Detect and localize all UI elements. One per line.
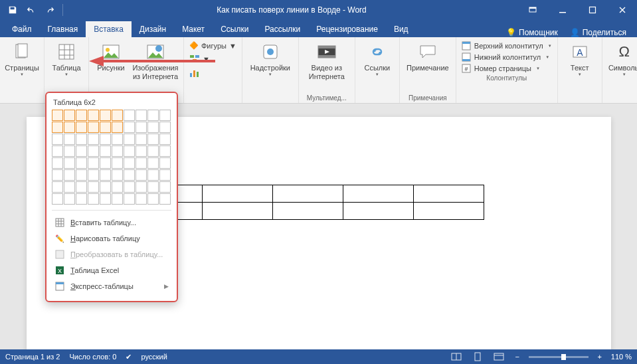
grid-cell[interactable] (52, 145, 63, 157)
grid-cell[interactable] (159, 181, 171, 193)
grid-cell[interactable] (124, 169, 135, 181)
share-button[interactable]: 👤Поделиться (570, 28, 626, 37)
grid-cell[interactable] (52, 169, 63, 181)
close-icon[interactable] (607, 0, 637, 20)
grid-cell[interactable] (64, 122, 75, 133)
grid-cell[interactable] (147, 157, 159, 169)
tell-me[interactable]: 💡Помощник (506, 28, 558, 37)
grid-cell[interactable] (64, 157, 75, 169)
draw-table-item[interactable]: ✏️Нарисовать таблицу (52, 230, 171, 246)
tab-home[interactable]: Главная (40, 21, 86, 37)
zoom-level[interactable]: 110 % (611, 353, 632, 361)
grid-cell[interactable] (52, 193, 63, 205)
grid-cell[interactable] (136, 193, 147, 205)
grid-cell[interactable] (124, 134, 135, 145)
save-icon[interactable] (4, 1, 21, 19)
ribbon-options-icon[interactable] (517, 0, 547, 20)
status-language[interactable]: русский (141, 353, 167, 361)
chart-button[interactable] (187, 66, 203, 79)
links-button[interactable]: Ссылки▼ (358, 39, 397, 77)
grid-cell[interactable] (112, 157, 123, 169)
grid-cell[interactable] (112, 193, 123, 205)
grid-cell[interactable] (88, 193, 99, 205)
grid-cell[interactable] (124, 181, 135, 193)
grid-cell[interactable] (100, 193, 111, 205)
grid-cell[interactable] (100, 157, 111, 169)
grid-cell[interactable] (136, 181, 147, 193)
grid-cell[interactable] (112, 169, 123, 181)
grid-cell[interactable] (88, 157, 99, 169)
grid-cell[interactable] (88, 145, 99, 157)
grid-cell[interactable] (136, 134, 147, 145)
grid-cell[interactable] (88, 181, 99, 193)
tab-file[interactable]: Файл (4, 21, 40, 37)
grid-cell[interactable] (112, 134, 123, 145)
web-layout-icon[interactable] (492, 351, 506, 362)
table-button[interactable]: Таблица▼ (47, 39, 86, 77)
grid-cell[interactable] (100, 110, 111, 121)
grid-cell[interactable] (52, 110, 63, 121)
text-button[interactable]: A Текст▼ (561, 39, 599, 77)
grid-cell[interactable] (64, 193, 75, 205)
online-pictures-button[interactable]: Изображения из Интернета (130, 39, 181, 80)
zoom-slider[interactable] (529, 356, 589, 358)
grid-cell[interactable] (136, 145, 147, 157)
header-button[interactable]: Верхний колонтитул▼ (462, 41, 552, 50)
pictures-button[interactable]: Рисунки (92, 39, 130, 80)
smartart-button[interactable]: ▼ (187, 51, 213, 64)
grid-cell[interactable] (88, 169, 99, 181)
tab-review[interactable]: Рецензирование (308, 21, 386, 37)
grid-cell[interactable] (76, 157, 87, 169)
grid-cell[interactable] (76, 181, 87, 193)
shapes-button[interactable]: 🔶Фигуры▼ (187, 39, 239, 50)
grid-cell[interactable] (147, 110, 159, 121)
redo-icon[interactable] (41, 1, 58, 19)
grid-cell[interactable] (136, 157, 147, 169)
insert-table-item[interactable]: Вставить таблицу... (52, 215, 171, 230)
grid-cell[interactable] (100, 181, 111, 193)
grid-cell[interactable] (88, 122, 99, 133)
grid-cell[interactable] (76, 110, 87, 121)
read-mode-icon[interactable] (449, 351, 464, 362)
pages-button[interactable]: Страницы▼ (3, 39, 41, 77)
grid-cell[interactable] (136, 110, 147, 121)
grid-cell[interactable] (112, 145, 123, 157)
grid-cell[interactable] (64, 134, 75, 145)
grid-cell[interactable] (76, 145, 87, 157)
grid-cell[interactable] (76, 134, 87, 145)
grid-cell[interactable] (112, 181, 123, 193)
zoom-in-button[interactable]: + (595, 353, 604, 361)
grid-cell[interactable] (52, 181, 63, 193)
grid-cell[interactable] (52, 122, 63, 133)
grid-cell[interactable] (159, 110, 171, 121)
status-words[interactable]: Число слов: 0 (69, 353, 116, 361)
grid-cell[interactable] (112, 122, 123, 133)
quick-tables-item[interactable]: Экспресс-таблицы▶ (52, 278, 171, 294)
grid-cell[interactable] (159, 145, 171, 157)
grid-cell[interactable] (76, 122, 87, 133)
table-size-grid[interactable] (52, 110, 171, 205)
grid-cell[interactable] (147, 181, 159, 193)
grid-cell[interactable] (124, 157, 135, 169)
grid-cell[interactable] (64, 169, 75, 181)
tab-mailings[interactable]: Рассылки (256, 21, 308, 37)
grid-cell[interactable] (159, 157, 171, 169)
grid-cell[interactable] (136, 169, 147, 181)
grid-cell[interactable] (147, 134, 159, 145)
grid-cell[interactable] (124, 122, 135, 133)
grid-cell[interactable] (52, 157, 63, 169)
grid-cell[interactable] (124, 193, 135, 205)
addins-button[interactable]: Надстройки▼ (245, 39, 296, 77)
grid-cell[interactable] (147, 122, 159, 133)
grid-cell[interactable] (88, 134, 99, 145)
excel-table-item[interactable]: XТаблица Excel (52, 262, 171, 278)
comment-button[interactable]: Примечание (403, 39, 453, 72)
online-video-button[interactable]: Видео из Интернета (302, 39, 352, 80)
grid-cell[interactable] (159, 122, 171, 133)
grid-cell[interactable] (136, 122, 147, 133)
tab-layout[interactable]: Макет (174, 21, 213, 37)
grid-cell[interactable] (147, 193, 159, 205)
grid-cell[interactable] (100, 134, 111, 145)
undo-icon[interactable] (23, 1, 40, 19)
grid-cell[interactable] (76, 169, 87, 181)
